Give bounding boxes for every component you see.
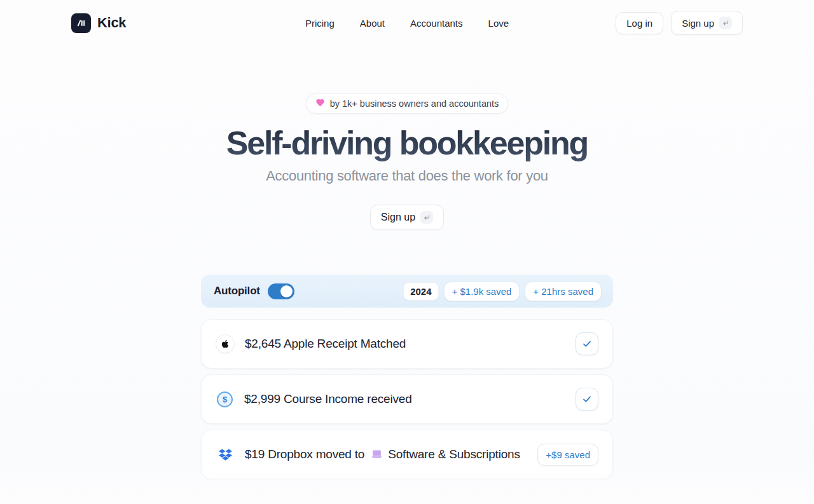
saved-amount-badge: +$9 saved	[537, 444, 598, 466]
signup-button[interactable]: Sign up	[671, 11, 743, 35]
nav-about[interactable]: About	[360, 18, 385, 29]
heart-icon	[315, 98, 325, 109]
hero-section: by 1k+ business owners and accountants S…	[0, 44, 814, 230]
toggle-knob	[280, 285, 293, 297]
dollar-coin-icon: $	[217, 392, 233, 407]
brand[interactable]: Kick	[71, 13, 305, 33]
page-subtitle: Accounting software that does the work f…	[0, 168, 814, 184]
autopilot-bar: Autopilot 2024 + $1.9k saved + 21hrs sav…	[201, 275, 613, 308]
return-key-icon	[719, 17, 732, 29]
transaction-row: 13 transactions auto-booked45 Dental LLC	[201, 485, 613, 504]
transaction-text: $2,999 Course Income received	[244, 392, 412, 406]
category-label: Software & Subscriptions	[388, 447, 520, 461]
time-saved-badge: + 21hrs saved	[525, 282, 602, 301]
autopilot-toggle[interactable]	[268, 283, 294, 299]
laptop-icon	[371, 448, 383, 460]
row-action-button[interactable]	[537, 498, 598, 504]
header-actions: Log in Sign up	[509, 11, 743, 35]
autopilot-badges: 2024 + $1.9k saved + 21hrs saved	[403, 282, 602, 301]
page-title: Self-driving bookkeeping	[0, 124, 814, 162]
transaction-text: $19 Dropbox moved to Software & Subscrip…	[245, 447, 520, 461]
social-proof-badge: by 1k+ business owners and accountants	[306, 93, 509, 114]
landing-page: Kick Pricing About Accountants Love Log …	[0, 0, 814, 504]
social-proof-text: by 1k+ business owners and accountants	[330, 99, 499, 109]
transaction-row: $19 Dropbox moved to Software & Subscrip…	[201, 430, 613, 479]
login-label: Log in	[626, 18, 652, 29]
signup-label: Sign up	[682, 18, 714, 29]
transaction-row: $ $2,999 Course Income received	[201, 374, 613, 424]
transaction-row: $2,645 Apple Receipt Matched	[201, 319, 613, 369]
hero-signup-button[interactable]: Sign up	[370, 205, 444, 230]
money-saved-badge: + $1.9k saved	[444, 282, 520, 301]
autopilot-demo-panel: Autopilot 2024 + $1.9k saved + 21hrs sav…	[201, 275, 613, 504]
transaction-text-prefix: $19 Dropbox moved to	[245, 447, 364, 461]
approve-check-button[interactable]	[576, 388, 598, 411]
nav-accountants[interactable]: Accountants	[410, 18, 463, 29]
top-nav-bar: Kick Pricing About Accountants Love Log …	[0, 0, 814, 44]
main-nav: Pricing About Accountants Love	[305, 18, 509, 29]
brand-name: Kick	[97, 15, 126, 31]
transaction-text: $2,645 Apple Receipt Matched	[245, 337, 406, 351]
check-icon	[582, 339, 592, 349]
dropbox-icon	[216, 448, 235, 461]
return-key-icon	[420, 211, 433, 224]
year-badge: 2024	[403, 282, 438, 301]
nav-love[interactable]: Love	[488, 18, 509, 29]
login-button[interactable]: Log in	[616, 12, 663, 34]
check-icon	[582, 394, 592, 404]
apple-icon	[216, 334, 235, 353]
autopilot-label: Autopilot	[214, 285, 260, 297]
nav-pricing[interactable]: Pricing	[305, 18, 335, 29]
approve-check-button[interactable]	[576, 332, 598, 355]
kick-logo-icon	[71, 13, 91, 33]
hero-signup-label: Sign up	[381, 212, 415, 223]
